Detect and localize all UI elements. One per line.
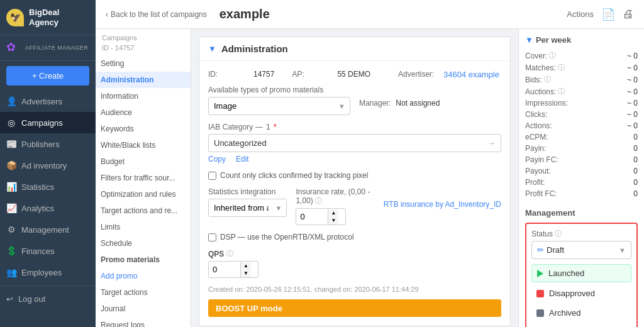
sidebar-item-analytics[interactable]: 📈 Analytics: [0, 197, 96, 219]
sec-item-schedule[interactable]: Schedule: [96, 235, 191, 252]
advertiser-link[interactable]: 34604 example: [443, 70, 499, 79]
cover-info-icon: ⓘ: [549, 51, 556, 60]
stats-integration-select-wrapper: Inherited from advertiser ▼: [208, 199, 287, 217]
payout-value: 0: [633, 167, 638, 175]
sidebar-item-ad-inventory[interactable]: 📦 Ad inventory: [0, 155, 96, 176]
clicks-label: Clicks:: [525, 110, 547, 119]
qps-input[interactable]: [209, 262, 240, 277]
sidebar-item-employees[interactable]: 👥 Employees: [0, 262, 96, 283]
main-panel: ▼ Administration ID: 14757 AP: 55 DEMO A…: [191, 29, 518, 327]
statistics-icon: 📊: [6, 182, 16, 192]
status-dropdown[interactable]: ✏ Draft ▼: [531, 241, 631, 259]
actions-label: Actions:: [525, 121, 552, 130]
create-button[interactable]: + Create: [6, 66, 89, 86]
topbar-left: ‹ Back to the list of campaigns example: [106, 7, 270, 21]
promo-type-col: Available types of promo materials Image…: [208, 86, 350, 123]
iab-value-row[interactable]: Uncategorized →: [208, 134, 501, 152]
sidebar-item-management[interactable]: ⚙ Management: [0, 219, 96, 240]
profit-fc-label: Profit FC:: [525, 189, 557, 198]
sec-item-target-actions-re[interactable]: Target actions and re...: [96, 202, 191, 219]
matches-label: Matches: ⓘ: [525, 63, 565, 72]
per-week-title: ▼ Per week: [525, 35, 638, 45]
qps-spin-down[interactable]: ▼: [241, 270, 251, 277]
copy-edit-row: Copy Edit: [208, 155, 501, 164]
document-icon[interactable]: 📄: [601, 8, 615, 21]
collapse-icon[interactable]: ▼: [208, 44, 216, 53]
sec-item-white-black-lists[interactable]: White/Black lists: [96, 137, 191, 153]
promo-type-select[interactable]: Image: [208, 97, 350, 115]
ap-label: AP:: [292, 70, 330, 79]
status-info-icon: ⓘ: [555, 229, 562, 238]
qps-spin-btns: ▲ ▼: [240, 262, 251, 277]
logo-text: BigDeal Agency: [29, 8, 59, 27]
insurance-input[interactable]: [296, 209, 328, 224]
sec-item-promo-materials[interactable]: Promo materials: [96, 252, 191, 268]
sec-item-information[interactable]: Information: [96, 88, 191, 104]
sec-item-add-promo[interactable]: Add promo: [96, 268, 191, 284]
sec-item-keywords[interactable]: Keywords: [96, 121, 191, 137]
status-option-launched[interactable]: Launched: [531, 264, 631, 282]
disapproved-square-icon: [536, 290, 544, 297]
stats-integration-col: Statistics integration Inherited from ad…: [208, 187, 287, 224]
log-out-button[interactable]: ↩ Log out: [0, 289, 96, 309]
iab-group: IAB Category — 1 * Uncategorized → Copy …: [208, 123, 501, 164]
payout-label: Payout:: [525, 167, 551, 175]
clicks-value: ~ 0: [627, 110, 638, 119]
sec-item-journal[interactable]: Journal: [96, 301, 191, 317]
sec-item-optimization[interactable]: Optimization and rules: [96, 186, 191, 202]
qps-label: QPS: [208, 250, 224, 258]
back-arrow-icon: ‹: [106, 10, 108, 19]
sidebar-item-statistics[interactable]: 📊 Statistics: [0, 176, 96, 197]
management-right-section: Management Status ⓘ ✏ Draft ▼: [525, 208, 638, 327]
content-area: Campaigns ID - 14757 Setting Administrat…: [96, 29, 644, 327]
matches-value: ~ 0: [627, 64, 638, 72]
tracking-pixel-checkbox[interactable]: [208, 172, 216, 180]
ecpm-label: eCPM:: [525, 133, 548, 141]
sec-item-filters[interactable]: Filters for traffic sour...: [96, 170, 191, 186]
copy-button[interactable]: Copy: [208, 155, 226, 164]
iab-required: *: [274, 123, 277, 131]
sidebar-item-campaigns[interactable]: ◎ Campaigns: [0, 112, 96, 133]
status-option-disapproved[interactable]: Disapproved: [531, 285, 631, 302]
sidebar-item-finances[interactable]: 💲 Finances: [0, 240, 96, 262]
management-title: Management: [525, 208, 638, 218]
actions-button[interactable]: Actions: [567, 9, 594, 19]
ecpm-value: 0: [633, 133, 638, 141]
sidebar-item-publishers[interactable]: 📰 Publishers: [0, 133, 96, 155]
sec-item-setting[interactable]: Setting: [96, 55, 191, 72]
per-week-auctions: Auctions: ⓘ ~ 0: [525, 86, 638, 97]
stats-integration-select[interactable]: Inherited from advertiser: [208, 199, 287, 217]
print-icon[interactable]: 🖨: [623, 8, 634, 21]
insurance-spin-btns: ▲ ▼: [328, 209, 338, 224]
edit-button[interactable]: Edit: [236, 155, 249, 164]
sec-item-administration[interactable]: Administration: [96, 72, 191, 88]
sec-item-budget[interactable]: Budget: [96, 153, 191, 170]
status-option-archived[interactable]: Archived: [531, 304, 631, 321]
topbar: ‹ Back to the list of campaigns example …: [96, 0, 644, 29]
profit-value: 0: [633, 178, 638, 187]
per-week-section: ▼ Per week Cover: ⓘ ~ 0 Matches: ⓘ ~ 0: [525, 35, 638, 199]
impressions-label: Impressions:: [525, 99, 568, 108]
rtb-insurance-link[interactable]: RTB insurance by Ad_Inventory_ID: [384, 200, 501, 209]
card-body: ID: 14757 AP: 55 DEMO Advertiser: 34604 …: [199, 61, 510, 326]
collapse-per-week-icon[interactable]: ▼: [525, 35, 533, 45]
affiliate-icon: ✿: [6, 40, 21, 55]
sec-item-limits[interactable]: Limits: [96, 219, 191, 235]
timestamp: Created on: 2020-05-26 12:15:51, changed…: [208, 285, 501, 293]
advertisers-icon: 👤: [6, 96, 16, 106]
payin-fc-label: Payin FC:: [525, 155, 558, 164]
sec-item-audience[interactable]: Audience: [96, 104, 191, 121]
back-link[interactable]: ‹ Back to the list of campaigns: [106, 10, 207, 19]
insurance-spin-down[interactable]: ▼: [328, 217, 338, 224]
management-status-box: Status ⓘ ✏ Draft ▼ Laun: [525, 223, 638, 327]
administration-title: Administration: [221, 43, 288, 54]
dsp-checkbox[interactable]: [208, 233, 216, 241]
sidebar-item-advertisers[interactable]: 👤 Advertisers: [0, 91, 96, 112]
insurance-spin-up[interactable]: ▲: [328, 209, 338, 217]
sec-item-request-logs[interactable]: Request logs: [96, 317, 191, 327]
boost-label: BOOST UP mode: [216, 304, 282, 313]
ap-value: 55 DEMO: [337, 70, 370, 79]
auctions-info-icon: ⓘ: [558, 87, 565, 96]
qps-spin-up[interactable]: ▲: [241, 262, 251, 270]
sec-item-target-actions2[interactable]: Target actions: [96, 284, 191, 301]
